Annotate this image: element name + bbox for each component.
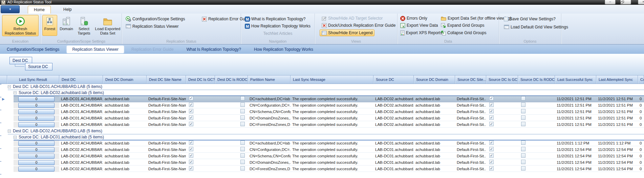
save-grid-view-settings-label: Save Grid View Settings? <box>510 17 556 21</box>
cell-last_sync_result: 0 <box>14 109 59 115</box>
cell-source_rodc <box>518 160 555 165</box>
collapse-grid-groups-item[interactable]: Collapse Grid Groups <box>439 29 488 36</box>
export-xps-reports-item[interactable]: Export XPS Reports <box>398 29 444 36</box>
cell-last_attempted: 11/2/2021 12:54 PM <box>596 160 638 165</box>
column-header-last_attempted[interactable]: Last Attempted Sync <box>596 75 638 84</box>
column-header-source_site[interactable]: Source DC Site... <box>455 75 486 84</box>
config-scope-settings-item[interactable]: Configuration/Scope Settings <box>124 16 187 22</box>
load-exported-dataset-button[interactable]: Load Exported Data Set <box>93 15 122 36</box>
refresh-replication-status-button[interactable]: Refresh Replication Status <box>2 15 39 36</box>
application-menu-button[interactable]: ▼ <box>1 5 20 13</box>
cell-last_attempted: 11/2/2021 12:54 PM <box>596 166 638 172</box>
close-button[interactable]: × <box>638 0 644 4</box>
select-targets-button[interactable]: Select Targets <box>76 15 92 36</box>
cell-dest_dc: LAB-DC01.ACHUBBAR... <box>59 109 103 115</box>
column-header-last_sync_result[interactable]: Last Sync Result <box>7 75 59 84</box>
error-guide-icon <box>202 17 207 22</box>
cell-dest_gc: ✓ <box>186 160 215 165</box>
group-by-chip-source-dc[interactable]: Source DC <box>25 63 52 70</box>
view-tab-4[interactable]: How Replication Topology Works <box>249 46 319 53</box>
dest-dc-group-label: Dest DC: LAB-DC02.ACHUBBARD.LAB (5 items… <box>13 128 102 134</box>
column-header-dest_gc[interactable]: Dest DC Is GC? <box>186 75 215 84</box>
column-header-consecutive[interactable]: Co <box>638 75 644 84</box>
checkbox-checked-icon: ✓ <box>189 140 193 145</box>
select-targets-icon <box>80 17 88 26</box>
column-header-dest_rodc[interactable]: Dest DC Is RODC? <box>215 75 248 84</box>
grid-row[interactable]: 0LAB-DC01.ACHUBBAR...achubbard.labDefaul… <box>14 103 644 108</box>
ribbon-tab-row: ▼ Home Help <box>0 5 644 14</box>
svg-text:M: M <box>246 17 249 21</box>
export-view-data-item[interactable]: x Export View Data <box>398 22 440 29</box>
column-header-message[interactable]: Last Sync Message <box>291 75 373 84</box>
cell-dest_dc_domain: achubbard.lab <box>103 109 147 115</box>
errors-only-item[interactable]: Errors Only <box>398 15 429 22</box>
forest-button[interactable]: Forest <box>42 15 57 36</box>
load-exported-dataset-label: Load Exported Data Set <box>95 27 121 36</box>
show-hide-error-legend-label: Show/Hide Error Legend <box>328 30 372 35</box>
cell-last_successful: 11/2/2021 12:51 PM <box>555 96 596 102</box>
replication-status-viewer-item[interactable]: Replication Status Viewer <box>124 23 181 30</box>
tab-help[interactable]: Help <box>58 6 78 14</box>
checkbox-checked-icon: ✓ <box>189 166 193 171</box>
grid-row[interactable]: 0LAB-DC01.ACHUBBAR...achubbard.labDefaul… <box>14 109 644 115</box>
show-hide-error-legend-item[interactable]: Show/Hide Error Legend <box>320 29 374 36</box>
collapse-group-icon[interactable]: − <box>8 85 11 88</box>
how-replication-topology-works-item[interactable]: M How Replication Topology Works <box>243 23 313 29</box>
load-default-grid-view-settings-item[interactable]: Load Default Grid View Settings <box>502 24 570 30</box>
save-settings-checkbox[interactable] <box>504 17 508 21</box>
dock-undock-error-guide-item[interactable]: Dock/Undock Replication Error Guide <box>320 22 398 29</box>
column-header-partition[interactable]: Partition Name <box>248 75 291 84</box>
save-grid-view-settings-item[interactable]: Save Grid View Settings? <box>502 16 558 22</box>
show-hide-ad-target-selector-label: Show/Hide AD Target Selector <box>328 16 383 21</box>
grid-column-header-row: Last Sync ResultDest DCDest DC DomainDes… <box>0 75 644 84</box>
column-header-last_successful[interactable]: Last Successful Sync <box>555 75 596 84</box>
row-indicator-gutter <box>0 84 1 178</box>
dest-dc-group-row[interactable]: −Dest DC: LAB-DC01.ACHUBBARD.LAB (5 item… <box>8 84 644 90</box>
cell-source_rodc <box>518 96 555 102</box>
cell-source_dc: LAB-DC02.achubbard.... <box>373 115 414 121</box>
minimize-button[interactable]: – <box>605 0 616 4</box>
column-header-source_rodc[interactable]: Source DC Is RODC? <box>518 75 555 84</box>
what-is-replication-topology-item[interactable]: M What is Replication Topology? <box>243 16 308 22</box>
cell-source_dc_domain: achubbard.lab <box>414 115 455 121</box>
checkbox-checked-icon: ✓ <box>489 115 494 120</box>
column-header-source_dc[interactable]: Source DC <box>373 75 414 84</box>
collapse-group-icon[interactable]: − <box>14 136 17 139</box>
cell-source_site: Default-First-Sit... <box>455 122 486 128</box>
grid-row[interactable]: 0LAB-DC01.ACHUBBAR...achubbard.labDefaul… <box>14 115 644 121</box>
grid-row[interactable]: 0LAB-DC02.ACHUBBAR...achubbard.labDefaul… <box>14 153 644 159</box>
grid-row[interactable]: 0LAB-DC01.ACHUBBAR...achubbard.labDefaul… <box>14 96 644 102</box>
last-sync-result-badge: 0 <box>18 141 55 146</box>
column-header-source_gc[interactable]: Source DC Is GC? <box>486 75 518 84</box>
source-dc-group-row[interactable]: −Source DC: LAB-DC02.achubbard.lab (5 it… <box>14 90 644 96</box>
checkbox-unchecked-icon <box>521 147 525 151</box>
window-icon <box>504 25 509 29</box>
source-dc-group-row[interactable]: −Source DC: LAB-DC01.achubbard.lab (5 it… <box>14 134 644 140</box>
expand-grid-groups-item[interactable]: Expand Grid Groups <box>439 22 486 29</box>
domain-button[interactable]: Domain <box>58 15 75 36</box>
cell-source_rodc <box>518 153 555 159</box>
grid-row[interactable]: 0LAB-DC02.ACHUBBAR...achubbard.labDefaul… <box>14 166 644 172</box>
folder-icon <box>103 17 113 26</box>
collapse-group-icon[interactable]: − <box>8 130 11 133</box>
cell-last_sync_result: 0 <box>14 147 59 153</box>
restore-button[interactable] <box>620 0 631 4</box>
cell-last_attempted: 11/2/2021 12:54 PM <box>596 153 638 159</box>
column-header-dest_dc[interactable]: Dest DC <box>59 75 103 84</box>
column-header-dest_dc_domain[interactable]: Dest DC Domain <box>103 75 147 84</box>
grid-row[interactable]: 0LAB-DC01.ACHUBBAR...achubbard.labDefaul… <box>14 122 644 128</box>
grid-row[interactable]: 0LAB-DC02.ACHUBBAR...achubbard.labDefaul… <box>14 140 644 146</box>
scope-settings-icon <box>126 16 131 22</box>
view-tab-3[interactable]: What Is Replication Topology? <box>181 46 246 53</box>
cell-source_gc: ✓ <box>486 115 518 121</box>
view-tab-0[interactable]: Configuration/Scope Settings <box>1 46 65 53</box>
checkbox-checked-icon: ✓ <box>489 109 494 113</box>
column-header-dest_dc_site[interactable]: Dest DC Site Name <box>147 75 186 84</box>
column-header-source_dc_domain[interactable]: Source DC Domain <box>414 75 455 84</box>
dest-dc-group-row[interactable]: −Dest DC: LAB-DC02.ACHUBBARD.LAB (5 item… <box>8 128 644 134</box>
grid-row[interactable]: 0LAB-DC02.ACHUBBAR...achubbard.labDefaul… <box>14 160 644 165</box>
view-tab-1[interactable]: Replication Status Viewer <box>67 46 124 53</box>
tab-home[interactable]: Home <box>28 6 51 14</box>
grid-row[interactable]: 0LAB-DC02.ACHUBBAR...achubbard.labDefaul… <box>14 147 644 153</box>
collapse-group-icon[interactable]: − <box>14 91 17 94</box>
